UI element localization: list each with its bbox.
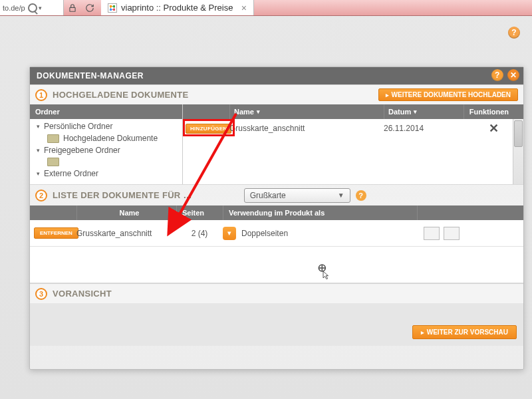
- chevron-down-icon: ▾: [39, 5, 42, 11]
- browser-chrome: to.de/p ▾ viaprinto :: Produkte & Preise…: [0, 0, 532, 16]
- product-select[interactable]: Grußkarte ▼: [244, 188, 350, 203]
- document-row: ENTFERNEN Grusskarte_anschnitt 2 (4) ▾ D…: [30, 220, 523, 247]
- refresh-icon[interactable]: [81, 0, 98, 15]
- step-badge-3: 3: [35, 288, 47, 300]
- file-row[interactable]: HINZUFÜGEN Grusskarte_anschnitt 26.11.20…: [183, 119, 523, 138]
- files-col-functions: Funktionen: [464, 104, 523, 119]
- files-col-blank: [183, 104, 229, 119]
- files-col-name[interactable]: Name ▾: [229, 104, 384, 119]
- folder-icon: [47, 158, 59, 166]
- document-pages: 2 (4): [176, 229, 223, 238]
- folder-column-header: Ordner: [30, 104, 182, 119]
- chevron-down-icon: ▾: [37, 123, 40, 130]
- section3-header: 3 VORANSICHT: [30, 283, 523, 303]
- url-fragment: to.de/p: [3, 4, 25, 12]
- help-icon[interactable]: ?: [356, 190, 366, 201]
- section1-title: HOCHGELADENE DOKUMENTE: [53, 90, 189, 100]
- section2-header: 2 LISTE DER DOKUMENTE FÜR … Grußkarte ▼ …: [30, 184, 523, 205]
- folder-shared[interactable]: ▾ Freigegebene Ordner: [30, 144, 182, 156]
- scrollbar[interactable]: [513, 119, 523, 184]
- chevron-down-icon: ▾: [227, 229, 231, 237]
- folder-personal[interactable]: ▾ Persönliche Ordner: [30, 120, 182, 132]
- file-name: Grusskarte_anschnitt: [229, 124, 384, 133]
- s2-col-name: Name: [76, 205, 176, 220]
- folder-uploaded[interactable]: Hochgeladene Dokumente: [30, 132, 182, 144]
- chevron-down-icon: ▼: [338, 192, 344, 199]
- tab-close-icon[interactable]: ×: [241, 3, 247, 13]
- s2-col-blank: [30, 205, 76, 220]
- files-area: Name ▾ Datum ▾ Funktionen HINZUFÜGEN Gru…: [183, 104, 523, 184]
- remove-button[interactable]: ENTFERNEN: [34, 227, 78, 239]
- sort-arrow-icon: ▾: [257, 108, 260, 115]
- s2-col-usage: Verwendung im Produkt als: [223, 205, 417, 220]
- s2-col-pages: Seiten: [176, 205, 223, 220]
- continue-preview-button[interactable]: WEITER ZUR VORSCHAU: [412, 325, 517, 339]
- file-date: 26.11.2014: [384, 124, 464, 133]
- favicon-icon: [108, 3, 117, 13]
- modal-titlebar: DOKUMENTEN-MANAGER ? ✕: [30, 67, 523, 84]
- modal-close-icon[interactable]: ✕: [507, 69, 519, 81]
- chevron-down-icon: ▾: [37, 147, 40, 154]
- tab-title: viaprinto :: Produkte & Preise: [121, 3, 233, 13]
- sort-arrow-icon: ▾: [414, 108, 417, 115]
- section2-title: LISTE DER DOKUMENTE FÜR …: [53, 190, 192, 200]
- address-bar[interactable]: to.de/p ▾: [0, 0, 64, 15]
- folder-external[interactable]: ▾ Externe Ordner: [30, 168, 182, 180]
- modal-help-icon[interactable]: ?: [491, 69, 503, 81]
- step-badge-2: 2: [35, 190, 47, 201]
- document-manager-modal: DOKUMENTEN-MANAGER ? ✕ 1 HOCHGELADENE DO…: [29, 66, 524, 370]
- modal-title: DOKUMENTEN-MANAGER: [37, 71, 144, 80]
- upload-button[interactable]: WEITERE DOKUMENTE HOCHLADEN: [378, 88, 518, 101]
- section3-title: VORANSICHT: [53, 289, 112, 299]
- folder-shared-icon-row[interactable]: [30, 156, 182, 168]
- search-icon: [28, 3, 37, 13]
- folder-icon: [47, 134, 59, 143]
- section1-header: 1 HOCHGELADENE DOKUMENTE WEITERE DOKUMEN…: [30, 84, 523, 104]
- page-thumbnails: [417, 227, 523, 240]
- scrollbar-thumb[interactable]: [514, 120, 523, 147]
- usage-dropdown[interactable]: ▾: [223, 227, 236, 240]
- chevron-down-icon: ▾: [37, 170, 40, 177]
- page-thumbnail[interactable]: [424, 227, 440, 240]
- document-name: Grusskarte_anschnitt: [76, 229, 176, 238]
- svg-rect-0: [70, 7, 75, 11]
- folder-tree: Ordner ▾ Persönliche Ordner Hochgeladene…: [30, 104, 183, 184]
- page-help-icon[interactable]: ?: [508, 27, 520, 39]
- preview-area: WEITER ZUR VORSCHAU: [30, 303, 523, 346]
- browser-tab[interactable]: viaprinto :: Produkte & Preise ×: [101, 0, 254, 15]
- lock-icon[interactable]: [64, 0, 81, 15]
- s2-col-thumbs: [417, 205, 523, 220]
- page-thumbnail[interactable]: [444, 227, 460, 240]
- add-button[interactable]: HINZUFÜGEN: [186, 124, 231, 134]
- usage-label: Doppelseiten: [241, 229, 288, 238]
- step-badge-1: 1: [35, 89, 47, 101]
- files-col-date[interactable]: Datum ▾: [384, 104, 464, 119]
- delete-file-icon[interactable]: ✕: [489, 121, 499, 136]
